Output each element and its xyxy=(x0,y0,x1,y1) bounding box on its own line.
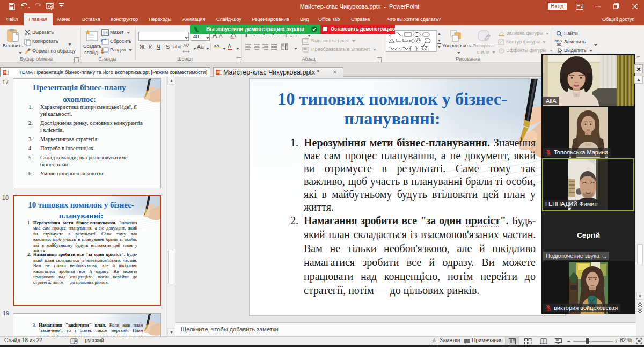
svg-text:P: P xyxy=(217,70,219,75)
svg-text:{: { xyxy=(409,45,412,51)
svg-text:}: } xyxy=(415,45,418,51)
svg-text:P: P xyxy=(3,70,6,75)
svg-text:ac: ac xyxy=(557,42,561,46)
